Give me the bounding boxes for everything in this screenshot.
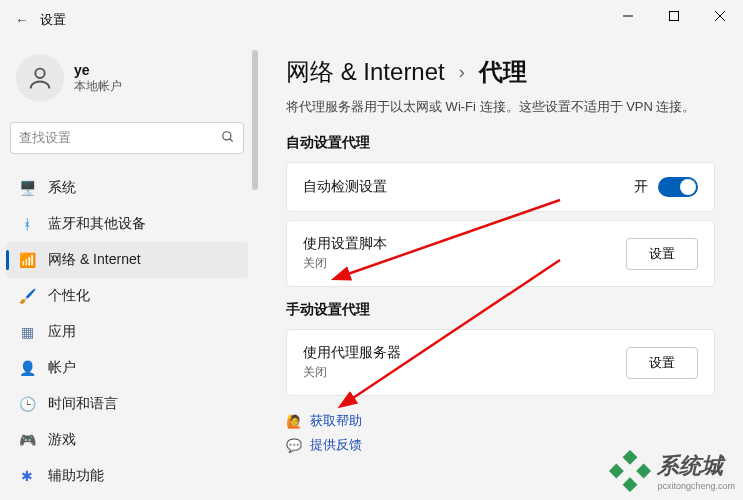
nav-icon: 🖥️ <box>16 180 38 196</box>
svg-line-6 <box>230 138 233 141</box>
svg-point-5 <box>223 131 231 139</box>
proxy-server-label: 使用代理服务器 <box>303 344 401 362</box>
card-auto-detect: 自动检测设置 开 <box>286 162 715 212</box>
nav-icon: ✱ <box>16 468 38 484</box>
nav-icon: 🕒 <box>16 396 38 412</box>
nav-icon: 🎮 <box>16 432 38 448</box>
nav-list: 🖥️系统ᚼ蓝牙和其他设备📶网络 & Internet🖌️个性化▦应用👤帐户🕒时间… <box>0 166 254 498</box>
back-button[interactable]: ← <box>4 12 40 28</box>
chevron-right-icon: › <box>459 62 465 83</box>
card-setup-script: 使用设置脚本 关闭 设置 <box>286 220 715 287</box>
help-link[interactable]: 🙋 获取帮助 <box>286 412 715 430</box>
nav-label: 游戏 <box>48 431 76 449</box>
window-controls <box>605 0 743 32</box>
minimize-button[interactable] <box>605 0 651 32</box>
card-proxy-server: 使用代理服务器 关闭 设置 <box>286 329 715 396</box>
svg-point-4 <box>35 69 44 78</box>
svg-rect-9 <box>623 450 638 465</box>
section-manual-heading: 手动设置代理 <box>286 301 715 319</box>
nav-label: 应用 <box>48 323 76 341</box>
toggle-state-label: 开 <box>634 178 648 196</box>
nav-label: 个性化 <box>48 287 90 305</box>
search-input[interactable]: 查找设置 <box>10 122 244 154</box>
nav-icon: 🖌️ <box>16 288 38 304</box>
nav-label: 时间和语言 <box>48 395 118 413</box>
help-icon: 🙋 <box>286 414 302 429</box>
sidebar-item-0[interactable]: 🖥️系统 <box>6 170 248 206</box>
setup-script-label: 使用设置脚本 <box>303 235 387 253</box>
footer-links: 🙋 获取帮助 💬 提供反馈 <box>286 412 715 454</box>
watermark-sub: pcxitongcheng.com <box>657 481 735 491</box>
sidebar-item-6[interactable]: 🕒时间和语言 <box>6 386 248 422</box>
sidebar-item-4[interactable]: ▦应用 <box>6 314 248 350</box>
watermark-text: 系统城 <box>657 451 735 481</box>
user-type: 本地帐户 <box>74 78 122 95</box>
setup-script-status: 关闭 <box>303 255 387 272</box>
search-placeholder: 查找设置 <box>19 129 221 147</box>
search-icon <box>221 130 235 147</box>
proxy-server-button[interactable]: 设置 <box>626 347 698 379</box>
svg-rect-1 <box>670 12 679 21</box>
feedback-label: 提供反馈 <box>310 436 362 454</box>
breadcrumb: 网络 & Internet › 代理 <box>286 56 715 88</box>
maximize-button[interactable] <box>651 0 697 32</box>
nav-label: 帐户 <box>48 359 76 377</box>
breadcrumb-current: 代理 <box>479 56 527 88</box>
user-name: ye <box>74 62 122 78</box>
nav-label: 网络 & Internet <box>48 251 141 269</box>
close-button[interactable] <box>697 0 743 32</box>
sidebar-item-3[interactable]: 🖌️个性化 <box>6 278 248 314</box>
toggle-switch-on[interactable] <box>658 177 698 197</box>
nav-icon: ᚼ <box>16 216 38 232</box>
svg-rect-12 <box>623 477 638 492</box>
help-label: 获取帮助 <box>310 412 362 430</box>
auto-detect-toggle[interactable]: 开 <box>634 177 698 197</box>
sidebar-item-1[interactable]: ᚼ蓝牙和其他设备 <box>6 206 248 242</box>
auto-detect-label: 自动检测设置 <box>303 178 387 196</box>
sidebar-item-8[interactable]: ✱辅助功能 <box>6 458 248 494</box>
feedback-icon: 💬 <box>286 438 302 453</box>
breadcrumb-parent[interactable]: 网络 & Internet <box>286 56 445 88</box>
nav-label: 蓝牙和其他设备 <box>48 215 146 233</box>
sidebar-item-2[interactable]: 📶网络 & Internet <box>6 242 248 278</box>
sidebar: ye 本地帐户 查找设置 🖥️系统ᚼ蓝牙和其他设备📶网络 & Internet🖌… <box>0 40 260 500</box>
svg-rect-10 <box>609 464 624 479</box>
page-description: 将代理服务器用于以太网或 Wi-Fi 连接。这些设置不适用于 VPN 连接。 <box>286 98 715 116</box>
nav-icon: 📶 <box>16 252 38 268</box>
avatar <box>16 54 64 102</box>
nav-label: 辅助功能 <box>48 467 104 485</box>
nav-label: 系统 <box>48 179 76 197</box>
setup-script-button[interactable]: 设置 <box>626 238 698 270</box>
sidebar-item-7[interactable]: 🎮游戏 <box>6 422 248 458</box>
window-title: 设置 <box>40 11 66 29</box>
proxy-server-status: 关闭 <box>303 364 401 381</box>
nav-icon: ▦ <box>16 324 38 340</box>
sidebar-item-5[interactable]: 👤帐户 <box>6 350 248 386</box>
watermark: 系统城 pcxitongcheng.com <box>609 450 735 492</box>
svg-rect-11 <box>637 464 652 479</box>
section-auto-heading: 自动设置代理 <box>286 134 715 152</box>
nav-icon: 👤 <box>16 360 38 376</box>
content-area: 网络 & Internet › 代理 将代理服务器用于以太网或 Wi-Fi 连接… <box>270 40 743 500</box>
sidebar-scrollbar[interactable] <box>252 50 258 190</box>
profile-block[interactable]: ye 本地帐户 <box>0 40 254 118</box>
